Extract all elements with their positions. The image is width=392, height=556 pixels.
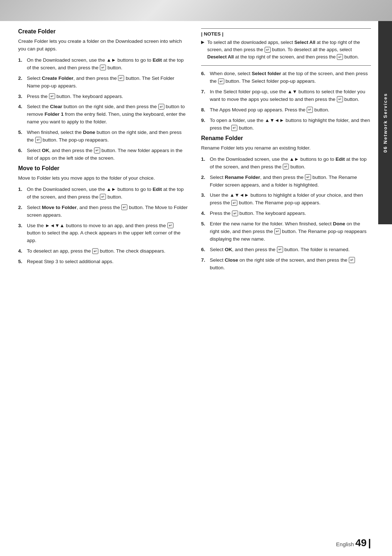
step-text: The Apps Moved pop up appears. Press the… [210, 106, 371, 114]
step-text: When done, select Select folder at the t… [210, 70, 371, 85]
step-text: User the ▲▼◄► buttons to highlight a fol… [210, 192, 371, 207]
rename-folder-section: Rename Folder Rename Folder lets you ren… [201, 135, 371, 272]
step-number: 3. [18, 93, 25, 101]
step-number: 6. [201, 246, 208, 254]
arrow-icon: ▶ [201, 39, 205, 46]
move-to-folder-section: Move to Folder Move to Folder lets you m… [18, 165, 188, 266]
list-item: 6. Select OK, and then press the button.… [18, 147, 188, 162]
list-item: 2. Select Create Folder, and then press … [18, 75, 188, 90]
list-item: 2. Select Move to Folder, and then press… [18, 204, 188, 219]
move-to-folder-continued-steps: 6. When done, select Select folder at th… [201, 70, 371, 132]
notes-text: To select all the downloaded apps, selec… [207, 39, 371, 61]
enter-button-icon [121, 204, 127, 210]
step-number: 6. [201, 70, 208, 78]
two-column-layout: Create Folder Create Folder lets you cre… [18, 28, 371, 275]
enter-button-icon [167, 222, 173, 228]
rename-folder-steps: 1. On the Downloaded screen, use the ▲► … [201, 156, 371, 272]
notes-list: ▶ To select all the downloaded apps, sel… [201, 39, 371, 61]
enter-button-icon [283, 164, 289, 169]
enter-button-icon [92, 248, 98, 254]
step-number: 3. [201, 192, 208, 199]
step-text: Select OK, and then press the button. Th… [27, 147, 188, 162]
step-text: To open a folder, use the ▲▼◄► buttons t… [210, 117, 371, 132]
step-number: 8. [201, 106, 208, 114]
step-number: 7. [201, 257, 208, 264]
notes-item: ▶ To select all the downloaded apps, sel… [201, 39, 371, 61]
top-decorative-bar [0, 0, 392, 21]
step-text: To deselect an app, press the button. Th… [27, 248, 188, 255]
enter-button-icon [349, 257, 355, 263]
enter-button-icon [277, 246, 283, 252]
step-text: Repeat Step 3 to select additional apps. [27, 258, 188, 266]
footer-english-label: English [336, 541, 354, 547]
move-to-folder-title: Move to Folder [18, 165, 188, 172]
list-item: 5. Repeat Step 3 to select additional ap… [18, 258, 188, 266]
list-item: 7. Select Close on the right side of the… [201, 257, 371, 272]
enter-button-icon [337, 54, 343, 60]
step-number: 5. [201, 220, 208, 228]
left-column: Create Folder Create Folder lets you cre… [18, 28, 188, 275]
list-item: 5. Enter the new name for the folder. Wh… [201, 220, 371, 243]
rename-folder-title: Rename Folder [201, 135, 371, 142]
side-label-container: 06 Network Services [378, 21, 392, 224]
list-item: 3. User the ▲▼◄► buttons to highlight a … [201, 192, 371, 207]
step-text: Press the button. The keyboard appears. [210, 210, 371, 217]
enter-button-icon [231, 125, 237, 131]
step-number: 9. [201, 117, 208, 124]
create-folder-section: Create Folder Create Folder lets you cre… [18, 28, 188, 162]
step-text: On the Downloaded screen, use the ▲► but… [210, 156, 371, 171]
step-number: 1. [18, 186, 25, 193]
step-number: 2. [201, 174, 208, 181]
step-text: Press the button. The keyboard appears. [27, 93, 188, 101]
notes-box: | NOTES | ▶ To select all the downloaded… [201, 28, 371, 66]
footer-bar: | [368, 537, 371, 549]
step-text: On the Downloaded screen, use the ▲► but… [27, 57, 188, 72]
enter-button-icon [307, 107, 313, 113]
step-number: 4. [18, 103, 25, 111]
list-item: 2. Select Rename Folder, and then press … [201, 174, 371, 189]
step-number: 2. [18, 75, 25, 82]
enter-button-icon [100, 65, 106, 70]
enter-button-icon [49, 93, 55, 99]
step-number: 3. [18, 222, 25, 230]
enter-button-icon [35, 137, 41, 143]
list-item: 4. To deselect an app, press the button.… [18, 248, 188, 255]
list-item: 1. On the Downloaded screen, use the ▲► … [201, 156, 371, 171]
list-item: 3. Use the ►◄▼▲ buttons to move to an ap… [18, 222, 188, 245]
step-text: On the Downloaded screen, use the ▲► but… [27, 186, 188, 201]
step-number: 1. [18, 57, 25, 64]
move-to-folder-intro: Move to Folder lets you move apps to the… [18, 175, 188, 182]
move-to-folder-steps: 1. On the Downloaded screen, use the ▲► … [18, 186, 188, 266]
side-label-text: 06 Network Services [383, 93, 388, 152]
list-item: 1. On the Downloaded screen, use the ▲► … [18, 57, 188, 72]
rename-folder-intro: Rename Folder lets you rename an existin… [201, 144, 371, 152]
step-text: Enter the new name for the folder. When … [210, 220, 371, 243]
step-text: Use the ►◄▼▲ buttons to move to an app, … [27, 222, 188, 245]
step-text: Select OK, and then press the button. Th… [210, 246, 371, 254]
enter-button-icon [265, 47, 271, 53]
footer-page-number: 49 [355, 537, 367, 549]
create-folder-title: Create Folder [18, 28, 188, 35]
step-text: When finished, select the Done button on… [27, 129, 188, 144]
step-text: Select the Clear button on the right sid… [27, 103, 188, 126]
list-item: 9. To open a folder, use the ▲▼◄► button… [201, 117, 371, 132]
enter-button-icon [337, 96, 343, 102]
step-number: 6. [18, 147, 25, 155]
enter-button-icon [94, 147, 100, 153]
enter-button-icon [305, 174, 311, 180]
list-item: 7. In the Select folder pop-up, use the … [201, 88, 371, 103]
list-item: 6. When done, select Select folder at th… [201, 70, 371, 85]
step-number: 7. [201, 88, 208, 96]
main-content: Create Folder Create Folder lets you cre… [18, 28, 371, 527]
enter-button-icon [274, 228, 281, 234]
list-item: 3. Press the button. The keyboard appear… [18, 93, 188, 101]
notes-title: | NOTES | [201, 31, 371, 37]
list-item: 4. Press the button. The keyboard appear… [201, 210, 371, 217]
step-text: In the Select folder pop-up, use the ▲▼ … [210, 88, 371, 103]
step-number: 2. [18, 204, 25, 212]
step-number: 1. [201, 156, 208, 163]
step-number: 4. [18, 248, 25, 255]
list-item: 8. The Apps Moved pop up appears. Press … [201, 106, 371, 114]
step-text: Select Rename Folder, and then press the… [210, 174, 371, 189]
enter-button-icon [100, 194, 106, 200]
